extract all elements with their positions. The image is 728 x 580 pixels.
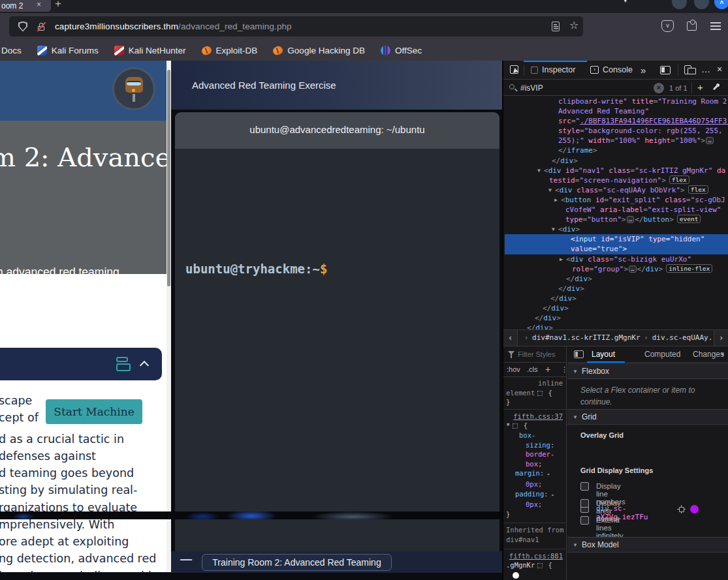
markup-line[interactable]: ▼<div class="sc-eqUAAy bObVrk">flex <box>505 185 728 195</box>
pseudo-class-button[interactable]: :hov <box>507 365 520 373</box>
markup-line[interactable]: testid="screen-navigation">flex <box>505 176 728 185</box>
css-rule-line[interactable]: inline <box>503 378 567 388</box>
session-tab[interactable]: Training Room 2: Advanced Red Teaming <box>202 554 392 571</box>
css-rule-line[interactable]: box; <box>503 459 567 469</box>
bookmark-item-google-hacking-db[interactable]: Google Hacking DB <box>273 46 365 55</box>
css-rule-line[interactable]: border- <box>503 450 567 459</box>
tab-computed[interactable]: Computed <box>644 350 680 359</box>
css-rule-line[interactable]: padding: ▸ <box>503 489 567 500</box>
sidebar-tabs-overflow-icon[interactable]: ▾ <box>721 351 724 358</box>
breadcrumb-item[interactable]: div.sc-eqUAAy.bObVrk <box>652 333 711 342</box>
browser-tab[interactable]: oom 2 × <box>0 0 51 12</box>
bookmark-item-exploit-db[interactable]: Exploit-DB <box>202 46 258 55</box>
display-area-names-checkbox[interactable] <box>580 499 589 508</box>
more-options-icon[interactable]: ⋮ <box>561 365 567 374</box>
markup-line[interactable]: value="true"> <box>505 244 728 254</box>
minimize-button[interactable]: — <box>180 553 192 566</box>
markup-line[interactable]: clipboard-write" title="Training Room 2: <box>505 97 728 106</box>
add-node-button[interactable]: + <box>697 82 703 93</box>
css-rule-line[interactable]: fifth.css:37 <box>503 409 567 421</box>
markup-line[interactable]: ▼<div> <box>505 224 728 234</box>
css-rule-line[interactable]: .gMgnKr { <box>503 560 567 570</box>
flexbox-section-header[interactable]: ▼Flexbox <box>567 363 728 379</box>
markup-line[interactable]: role="group">…</div>inline-flex <box>505 264 728 274</box>
bookmark-star-icon[interactable]: ☆ <box>569 19 578 31</box>
bookmark-item-offsec[interactable]: OffSec <box>381 46 422 55</box>
more-tabs-button[interactable]: » <box>641 61 646 79</box>
collapse-arrow-icon[interactable]: ▼ <box>552 224 558 234</box>
display-line-numbers-checkbox[interactable] <box>580 482 589 491</box>
css-rule-line[interactable]: } <box>503 397 567 407</box>
tab-list-dropdown-icon[interactable]: ▾ <box>624 0 627 5</box>
markup-line[interactable]: ▼<div id="nav1" class="sc-krITIZ gMgnKr"… <box>505 166 728 176</box>
grid-target-icon[interactable] <box>677 505 686 513</box>
tracking-shield-icon[interactable] <box>18 22 27 32</box>
extensions-icon[interactable] <box>687 22 697 31</box>
css-rule-line[interactable] <box>503 570 567 580</box>
collapse-arrow-icon[interactable]: ▼ <box>548 185 555 195</box>
split-console-icon[interactable] <box>660 66 671 74</box>
tab-inspector[interactable]: Inspector <box>531 61 575 79</box>
devtools-menu-icon[interactable]: … <box>701 64 711 74</box>
css-rule-line[interactable]: div#nav1 <box>503 535 567 545</box>
window-update-button[interactable]: ^ <box>714 0 728 9</box>
rules-view[interactable]: inlineelement {}fifth.css:37* {box-sizin… <box>503 378 567 579</box>
reader-mode-icon[interactable] <box>552 22 560 31</box>
bookmark-item-docs[interactable]: Docs <box>1 46 22 55</box>
filter-styles-input[interactable]: Filter Styles <box>518 350 555 358</box>
collapse-arrow-icon[interactable]: ▼ <box>537 166 544 176</box>
css-rule-line[interactable]: 0px; <box>503 500 567 510</box>
markup-line[interactable]: ▶<div class="sc-bizigk euUrXo" <box>505 254 728 264</box>
markup-line[interactable]: </div> <box>505 323 728 329</box>
markup-line[interactable]: 255);" width="100%" height="100%">… <box>505 136 728 145</box>
breadcrumb-item[interactable]: div#nav1.sc-krITIZ.gMgnKr <box>532 333 641 342</box>
tab-console[interactable]: › Console <box>590 61 633 79</box>
url-text[interactable]: capture3millionsubscribers.thm/advanced_… <box>55 22 292 31</box>
css-rule-line[interactable]: element { <box>503 388 567 398</box>
new-tab-button[interactable]: + <box>55 0 61 10</box>
markup-line[interactable]: </div> <box>505 274 728 284</box>
bookmark-item-kali-nethunter[interactable]: Kali NetHunter <box>114 46 186 55</box>
pick-element-icon[interactable] <box>510 65 518 74</box>
window-button[interactable] <box>672 0 687 9</box>
markup-line[interactable]: cVofeW" aria-label="exit-split-view" <box>505 205 728 215</box>
tab-close-icon[interactable]: × <box>37 0 41 9</box>
breadcrumb-scroll-right[interactable]: › <box>714 330 728 346</box>
markup-line[interactable]: </div> <box>505 294 728 303</box>
page-scrollbar[interactable] <box>166 61 171 572</box>
insecure-lock-icon[interactable] <box>36 22 46 32</box>
markup-line[interactable]: </div> <box>505 156 728 166</box>
clear-search-icon[interactable]: × <box>654 83 664 93</box>
markup-line[interactable]: src="./BBF813FA941496FCE961EBA46D754FF3. <box>505 116 728 126</box>
expand-arrow-icon[interactable]: ▶ <box>554 195 561 205</box>
markup-line[interactable]: type="button">…</button>event <box>505 215 728 224</box>
sidebar-toggle-icon[interactable] <box>574 350 584 358</box>
tab-layout[interactable]: Layout <box>592 350 615 359</box>
markup-line[interactable]: </div> <box>505 303 728 313</box>
devtools-close-icon[interactable]: × <box>717 64 722 74</box>
chevron-up-icon[interactable] <box>140 361 149 370</box>
start-machine-button[interactable]: Start Machine <box>46 399 142 424</box>
bookmark-item-kali-forums[interactable]: Kali Forums <box>37 46 99 55</box>
expand-arrow-icon[interactable]: ▶ <box>560 254 566 264</box>
terminal-titlebar[interactable]: ubuntu@advancedredteaming: ~/ubuntu <box>175 112 499 149</box>
markup-line[interactable]: Advanced Red Teaming" <box>505 106 728 116</box>
grid-color-swatch[interactable] <box>690 505 699 513</box>
responsive-mode-icon[interactable] <box>684 65 691 74</box>
css-rule-line[interactable]: sizing: <box>503 440 567 450</box>
window-button[interactable] <box>694 0 709 9</box>
terminal-window[interactable]: ubuntu@advancedredteaming: ~/ubuntu ubun… <box>175 112 499 551</box>
pocket-icon[interactable]: ∨ <box>661 20 674 32</box>
css-rule-line[interactable]: Inherited from <box>503 523 567 535</box>
css-rule-line[interactable]: margin: ▸ <box>503 468 567 480</box>
avatar[interactable] <box>112 67 155 110</box>
box-model-section-header[interactable]: ▼Box Model <box>567 537 728 553</box>
search-input[interactable]: #isVIP <box>520 84 543 93</box>
terminal-prompt[interactable]: ubuntu@tryhackme:~$ <box>185 262 327 276</box>
add-rule-button[interactable]: + <box>545 364 550 374</box>
hamburger-menu-icon[interactable] <box>710 22 721 23</box>
markup-line[interactable]: ▶<button id="exit_split" class="sc-gObJ <box>505 195 728 205</box>
markup-line[interactable]: </div> <box>505 313 728 323</box>
class-button[interactable]: .cls <box>527 365 538 373</box>
task-panel-header[interactable] <box>0 348 162 380</box>
